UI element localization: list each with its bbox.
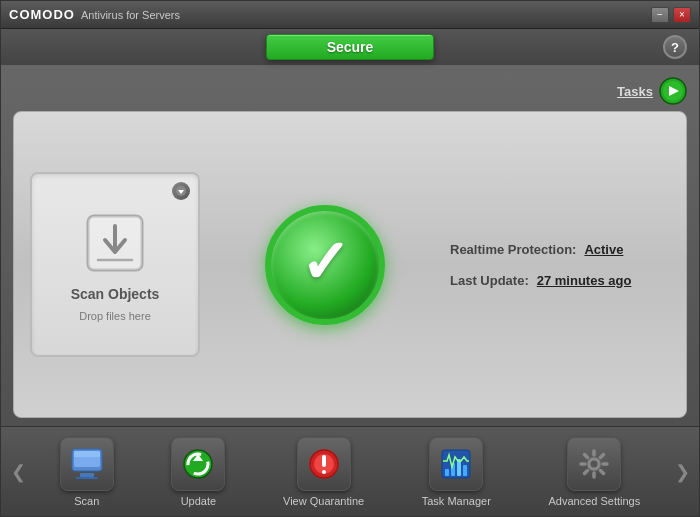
toolbar-item-settings[interactable]: Advanced Settings — [538, 429, 650, 515]
taskmanager-icon-box — [429, 437, 483, 491]
drop-files-label: Drop files here — [79, 310, 151, 322]
update-label: Last Update: — [450, 273, 529, 288]
checkmark-icon: ✓ — [300, 233, 350, 293]
app-logo: COMODO — [9, 7, 75, 22]
tasks-label: Tasks — [617, 84, 653, 99]
toolbar-item-taskmanager[interactable]: Task Manager — [412, 429, 501, 515]
svg-rect-15 — [322, 455, 326, 467]
tasks-arrow-icon — [659, 77, 687, 105]
update-icon-box — [171, 437, 225, 491]
scan-icon-box — [60, 437, 114, 491]
tasks-link[interactable]: Tasks — [617, 77, 687, 105]
quarantine-label: View Quarantine — [283, 495, 364, 507]
minimize-button[interactable]: − — [651, 7, 669, 23]
settings-label: Advanced Settings — [548, 495, 640, 507]
realtime-row: Realtime Protection: Active — [450, 242, 670, 257]
title-bar-left: COMODO Antivirus for Servers — [9, 7, 180, 22]
svg-line-30 — [585, 470, 588, 473]
svg-line-29 — [601, 470, 604, 473]
svg-rect-18 — [445, 469, 449, 476]
quarantine-icon — [307, 447, 341, 481]
main-content: Tasks — [1, 65, 699, 426]
toolbar-item-quarantine[interactable]: View Quarantine — [273, 429, 374, 515]
svg-line-28 — [585, 454, 588, 457]
realtime-label: Realtime Protection: — [450, 242, 576, 257]
scan-objects-icon — [80, 208, 150, 278]
main-panel: Scan Objects Drop files here ✓ Realtime … — [13, 111, 687, 418]
svg-rect-9 — [80, 473, 94, 477]
settings-icon — [577, 447, 611, 481]
svg-rect-8 — [74, 451, 100, 457]
realtime-value[interactable]: Active — [584, 242, 623, 257]
check-circle: ✓ — [265, 205, 385, 325]
main-window: COMODO Antivirus for Servers − × Secure … — [0, 0, 700, 517]
update-value[interactable]: 27 minutes ago — [537, 273, 632, 288]
toolbar-item-scan[interactable]: Scan — [50, 429, 124, 515]
svg-line-31 — [601, 454, 604, 457]
quarantine-icon-box — [297, 437, 351, 491]
svg-rect-21 — [463, 465, 467, 476]
status-bar: Secure ? — [1, 29, 699, 65]
scan-icon — [70, 447, 104, 481]
drag-drop-zone[interactable]: Scan Objects Drop files here — [30, 172, 200, 357]
update-icon — [181, 447, 215, 481]
title-bar: COMODO Antivirus for Servers − × — [1, 1, 699, 29]
status-check-area: ✓ — [220, 205, 430, 325]
toolbar-left-arrow[interactable]: ❮ — [5, 427, 31, 517]
drop-indicator-icon — [172, 182, 190, 200]
title-controls: − × — [651, 7, 691, 23]
settings-icon-box — [567, 437, 621, 491]
drag-drop-indicator — [172, 182, 190, 200]
update-row: Last Update: 27 minutes ago — [450, 273, 670, 288]
tasks-row: Tasks — [13, 73, 687, 111]
toolbar-items: Scan Update — [31, 427, 669, 516]
status-info-panel: Realtime Protection: Active Last Update:… — [450, 242, 670, 288]
scan-objects-label: Scan Objects — [71, 286, 160, 302]
secure-badge: Secure — [266, 34, 435, 60]
update-label: Update — [181, 495, 216, 507]
svg-point-23 — [591, 460, 598, 467]
bottom-toolbar: ❮ Scan — [1, 426, 699, 516]
help-button[interactable]: ? — [663, 35, 687, 59]
taskmanager-icon — [439, 447, 473, 481]
scan-label: Scan — [74, 495, 99, 507]
close-button[interactable]: × — [673, 7, 691, 23]
svg-rect-16 — [322, 470, 326, 474]
taskmanager-label: Task Manager — [422, 495, 491, 507]
svg-rect-10 — [76, 477, 98, 479]
app-subtitle: Antivirus for Servers — [81, 9, 180, 21]
toolbar-right-arrow[interactable]: ❯ — [669, 427, 695, 517]
toolbar-item-update[interactable]: Update — [161, 429, 235, 515]
